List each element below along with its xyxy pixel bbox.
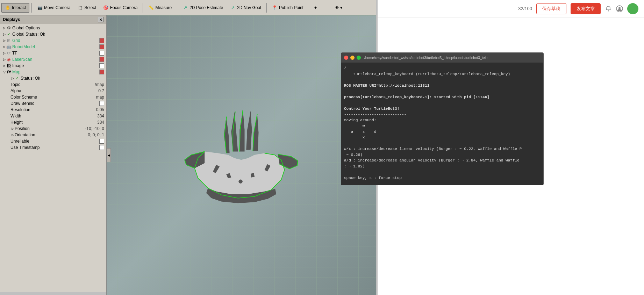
global-options-icon: ⚙ <box>6 26 11 30</box>
tree-item-map-height: Height 384 <box>1 119 106 125</box>
user-avatar <box>627 3 638 14</box>
map-resolution-key-label: Resolution <box>10 107 96 112</box>
rviz-toolbar: ✋ Interact 📷 Move Camera ⬚ Select 🎯 Focu… <box>0 0 376 15</box>
svg-point-0 <box>608 10 609 11</box>
nav-goal-button[interactable]: ↗ 2D Nav Goal <box>227 3 264 12</box>
tree-item-map-orientation: ▷ Orientation 0; 0; 0; 1 <box>1 132 106 138</box>
displays-header: Displays ✕ <box>0 15 106 24</box>
robotmodel-label: RobotModel <box>12 44 99 49</box>
tf-label: TF <box>12 51 99 56</box>
publish-point-icon: 📍 <box>272 5 278 10</box>
grid-label: Grid <box>12 38 99 43</box>
tf-checkbox[interactable] <box>99 51 104 56</box>
extra-btn-3[interactable]: 👁 ▾ <box>332 3 345 12</box>
grid-color-indicator <box>99 38 104 43</box>
tree-item-map-colorscheme: Color Scheme map <box>1 94 106 100</box>
pose-estimate-button[interactable]: ↗ 2D Pose Estimate <box>179 3 226 12</box>
tree-item-grid[interactable]: ▷ ⊞ Grid <box>1 37 106 44</box>
expand-map-orientation[interactable]: ▷ <box>10 133 15 137</box>
term-line-13: x <box>344 135 541 141</box>
tree-item-image[interactable]: ▷ 🖼 Image <box>1 63 106 69</box>
publish-button[interactable]: 发布文章 <box>571 3 601 14</box>
publish-point-label: Publish Point <box>279 5 303 10</box>
robot-position-dot <box>238 180 242 184</box>
tree-item-tf[interactable]: ▷ ⟳ TF <box>1 50 106 56</box>
measure-button[interactable]: 📏 Measure <box>145 3 175 12</box>
map-unreliable-checkbox[interactable] <box>99 139 104 144</box>
tf-icon: ⟳ <box>6 51 11 56</box>
toolbar-separator-3 <box>177 3 177 13</box>
map-width-value: 384 <box>97 114 104 118</box>
displays-close-button[interactable]: ✕ <box>98 17 103 22</box>
move-camera-button[interactable]: 📷 Move Camera <box>34 3 73 12</box>
global-status-check-icon: ✓ <box>6 32 11 37</box>
move-camera-label: Move Camera <box>44 5 70 10</box>
laserscan-label: LaserScan <box>12 57 99 62</box>
tree-item-map-width: Width 384 <box>1 113 106 119</box>
terminal-minimize-button[interactable] <box>350 56 355 60</box>
user-menu-icon[interactable] <box>616 5 623 12</box>
image-checkbox[interactable] <box>99 63 104 68</box>
robot-map-svg: .map-occupied { fill: #555; } .map-free … <box>157 78 325 218</box>
expand-map-position[interactable]: ▷ <box>10 127 15 131</box>
expand-image[interactable]: ▷ <box>2 64 6 68</box>
save-draft-button[interactable]: 保存草稿 <box>536 3 566 14</box>
map-unreliable-key-label: Unreliable <box>10 139 99 144</box>
map-drawbehind-key-label: Draw Behind <box>10 101 99 106</box>
tree-item-global-options[interactable]: ▷ ⚙ Global Options <box>1 25 106 31</box>
terminal-title: /home/xmy/wanderbot_ws/src/turtlebot3/tu… <box>364 56 541 60</box>
rviz-viewport[interactable]: .map-occupied { fill: #555; } .map-free … <box>107 15 376 295</box>
interact-icon: ✋ <box>5 5 10 10</box>
term-line-12: a s d <box>344 129 541 135</box>
map-colorscheme-key-label: Color Scheme <box>10 95 96 100</box>
tree-item-map-drawbehind: Draw Behind <box>1 100 106 107</box>
expand-robotmodel[interactable]: ▷ <box>2 45 6 49</box>
map-orientation-key-label: Orientation <box>15 132 88 137</box>
tree-item-map[interactable]: ▽ 🗺 Map <box>1 69 106 75</box>
tree-item-laserscan[interactable]: ▷ ◉ LaserScan <box>1 56 106 63</box>
notification-icon[interactable] <box>605 6 612 12</box>
term-line-19 <box>344 169 541 175</box>
displays-tree: ▷ ⚙ Global Options ▷ ✓ Global Status: Ok… <box>0 24 106 292</box>
nav-goal-label: 2D Nav Goal <box>237 5 261 10</box>
tree-item-map-resolution: Resolution 0.05 <box>1 107 106 113</box>
panel-collapse-handle[interactable]: ◀ <box>107 148 111 162</box>
expand-global-status[interactable]: ▷ <box>2 32 6 36</box>
focus-camera-button[interactable]: 🎯 Focus Camera <box>100 3 141 12</box>
pose-estimate-label: 2D Pose Estimate <box>189 5 223 10</box>
tree-item-robotmodel[interactable]: ▷ 🤖 RobotModel <box>1 44 106 50</box>
term-line-5 <box>344 88 541 94</box>
toolbar-separator-1 <box>31 3 32 13</box>
expand-map[interactable]: ▽ <box>2 70 6 74</box>
select-label: Select <box>84 5 96 10</box>
tree-item-map-topic: Topic /map <box>1 81 106 88</box>
expand-map-status[interactable]: ▷ <box>10 76 15 80</box>
publish-point-button[interactable]: 📍 Publish Point <box>269 3 307 12</box>
term-line-15: w/x : increase/decrease linear velocity … <box>344 146 541 152</box>
expand-grid[interactable]: ▷ <box>2 38 6 43</box>
nav-goal-icon: ↗ <box>230 5 236 10</box>
term-line-9: --------------------------- <box>344 111 541 117</box>
terminal-body[interactable]: / turtlebot3_teleop_keyboard (turtlebot3… <box>341 63 543 185</box>
extra-btn-1[interactable]: + <box>311 3 320 12</box>
extra-btn-2[interactable]: — <box>321 3 331 12</box>
select-button[interactable]: ⬚ Select <box>74 3 99 12</box>
expand-tf[interactable]: ▷ <box>2 51 6 55</box>
term-line-2: turtlebot3_teleop_keyboard (turtlebot3_t… <box>344 71 541 77</box>
tree-item-global-status[interactable]: ▷ ✓ Global Status: Ok <box>1 31 106 37</box>
term-line-8: Control Your TurtleBot3! <box>344 106 541 112</box>
map-usetimestamp-checkbox[interactable] <box>99 145 104 150</box>
terminal-maximize-button[interactable] <box>357 56 361 60</box>
terminal-close-button[interactable] <box>344 56 348 60</box>
expand-laserscan[interactable]: ▷ <box>2 57 6 62</box>
displays-panel: Displays ✕ ▷ ⚙ Global Options ▷ ✓ Global… <box>0 15 107 295</box>
map-drawbehind-checkbox[interactable] <box>99 101 104 106</box>
interact-button[interactable]: ✋ Interact <box>1 3 29 13</box>
term-line-10: Moving around: <box>344 117 541 123</box>
term-line-11: w <box>344 123 541 129</box>
displays-scrollbar[interactable] <box>0 292 106 295</box>
expand-global-options[interactable]: ▷ <box>2 26 6 30</box>
tree-item-map-status: ▷ ✓ Status: Ok <box>1 75 106 81</box>
laserscan-icon: ◉ <box>6 57 11 62</box>
map-position-key-label: Position <box>15 126 85 131</box>
